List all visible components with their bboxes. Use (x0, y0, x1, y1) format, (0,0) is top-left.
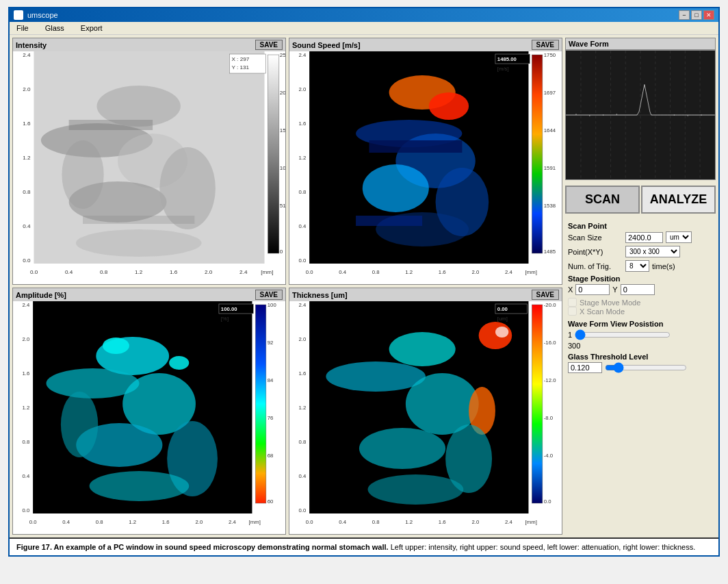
svg-text:[mm]: [mm] (261, 269, 273, 275)
app-icon (14, 10, 23, 20)
svg-text:[%]: [%] (221, 316, 229, 322)
waveform-slider[interactable] (575, 329, 671, 340)
svg-point-114 (368, 474, 464, 505)
svg-text:1.2: 1.2 (22, 405, 29, 411)
svg-text:0.4: 0.4 (298, 473, 306, 479)
svg-text:100.00: 100.00 (221, 306, 237, 312)
svg-text:0.4: 0.4 (22, 473, 29, 479)
svg-point-108 (326, 361, 426, 392)
svg-text:0.4: 0.4 (339, 269, 346, 275)
svg-text:X : 297: X : 297 (231, 56, 249, 62)
amplitude-panel: Amplitude [%] SAVE (12, 288, 286, 535)
waveform-container: Wave Form (565, 38, 716, 180)
waveform-display (565, 50, 716, 180)
svg-text:0.0: 0.0 (544, 498, 551, 505)
intensity-title: Intensity (16, 41, 47, 49)
svg-text:0.8: 0.8 (96, 519, 103, 525)
svg-text:-16.0: -16.0 (544, 340, 556, 346)
num-trig-label: Num. of Trig. (568, 262, 623, 270)
caption-bold: Figure 17. An example of a PC window in … (16, 543, 389, 551)
svg-text:0.0: 0.0 (306, 519, 313, 525)
svg-text:2.4: 2.4 (229, 519, 236, 525)
stage-move-row: Stage Move Mode (568, 298, 713, 307)
svg-text:84: 84 (268, 377, 274, 383)
amplitude-body: 2.4 2.0 1.6 1.2 0.8 0.4 0.0 0.0 0.4 0.8 … (13, 301, 285, 534)
svg-point-8 (62, 140, 103, 209)
svg-text:0.0: 0.0 (29, 519, 37, 525)
right-panel: Wave Form (565, 38, 716, 535)
svg-rect-96 (255, 305, 266, 503)
svg-text:0.8: 0.8 (100, 269, 108, 275)
svg-point-153 (603, 114, 604, 116)
sound-speed-save-button[interactable]: SAVE (532, 40, 560, 50)
svg-point-107 (389, 332, 456, 366)
intensity-save-button[interactable]: SAVE (255, 40, 283, 50)
svg-text:2.4: 2.4 (239, 269, 248, 275)
thickness-save-button[interactable]: SAVE (532, 290, 560, 300)
minimize-button[interactable]: − (679, 10, 690, 20)
scan-button[interactable]: SCAN (565, 186, 640, 214)
sound-speed-title: Sound Speed [m/s] (292, 41, 361, 49)
svg-rect-45 (356, 216, 422, 226)
svg-text:[mm]: [mm] (525, 519, 537, 525)
sound-speed-svg: 2.4 2.0 1.6 1.2 0.8 0.4 0.0 0.0 0.4 0.8 … (289, 51, 562, 284)
amplitude-svg: 2.4 2.0 1.6 1.2 0.8 0.4 0.0 0.0 0.4 0.8 … (13, 301, 285, 534)
svg-text:2.4: 2.4 (298, 52, 306, 58)
svg-text:1591: 1591 (544, 165, 556, 171)
svg-text:1.2: 1.2 (298, 405, 306, 411)
sound-speed-body: 2.4 2.0 1.6 1.2 0.8 0.4 0.0 0.0 0.4 0.8 … (289, 51, 562, 284)
svg-text:0.00: 0.00 (497, 306, 508, 312)
svg-point-154 (616, 114, 618, 115)
menu-glass[interactable]: Glass (42, 23, 67, 33)
close-button[interactable]: ✕ (703, 10, 714, 20)
point-select[interactable]: 300 x 300 (625, 246, 680, 257)
glass-threshold-title: Glass Threshold Level (568, 353, 713, 361)
svg-text:0.8: 0.8 (298, 439, 306, 445)
svg-text:1.6: 1.6 (298, 370, 306, 377)
scan-point-section-title: Scan Point (568, 222, 713, 230)
glass-threshold-input[interactable] (568, 362, 602, 373)
stage-move-checkbox[interactable] (568, 298, 577, 307)
sound-speed-panel: Sound Speed [m/s] SAVE (289, 38, 562, 285)
svg-text:0.8: 0.8 (22, 439, 29, 445)
x-scan-checkbox[interactable] (568, 307, 577, 316)
svg-point-110 (359, 428, 445, 469)
svg-point-7 (76, 229, 202, 257)
stage-pos-row: X Y (568, 284, 713, 295)
svg-rect-26 (268, 55, 278, 253)
intensity-header: Intensity SAVE (13, 38, 285, 51)
scan-size-unit-select[interactable]: um (666, 231, 692, 243)
stage-x-input[interactable] (575, 284, 610, 295)
menu-export[interactable]: Export (78, 23, 105, 33)
stage-y-input[interactable] (621, 284, 655, 295)
intensity-panel: Intensity SAVE (12, 38, 286, 285)
svg-text:2.0: 2.0 (23, 86, 31, 92)
svg-text:0.0: 0.0 (298, 257, 306, 264)
titlebar-buttons: − □ ✕ (679, 10, 714, 20)
scan-size-input[interactable] (625, 232, 663, 243)
thickness-title: Thickness [um] (292, 291, 348, 299)
svg-text:60: 60 (268, 498, 274, 505)
svg-point-80 (169, 356, 189, 370)
svg-point-77 (90, 471, 190, 501)
amplitude-save-button[interactable]: SAVE (255, 290, 283, 300)
menu-file[interactable]: File (14, 23, 31, 33)
svg-text:2.4: 2.4 (505, 269, 512, 275)
analyze-button[interactable]: ANALYZE (641, 186, 716, 214)
svg-text:2.0: 2.0 (471, 519, 479, 525)
svg-text:1538: 1538 (544, 203, 556, 209)
num-trig-unit: time(s) (652, 262, 675, 270)
svg-text:92: 92 (268, 340, 274, 346)
svg-text:[m/s]: [m/s] (497, 66, 509, 72)
maximize-button[interactable]: □ (691, 10, 702, 20)
svg-text:0.8: 0.8 (372, 519, 380, 525)
svg-text:1644: 1644 (544, 127, 556, 134)
intensity-svg: 2.4 2.0 1.6 1.2 0.8 0.4 0.0 0.0 0.4 0.8 … (13, 51, 285, 284)
num-trig-select[interactable]: 8 (625, 260, 649, 272)
svg-text:2.0: 2.0 (298, 86, 306, 92)
glass-threshold-slider[interactable] (605, 362, 687, 373)
svg-text:2.4: 2.4 (22, 302, 29, 308)
svg-text:1.6: 1.6 (439, 519, 446, 525)
svg-text:0.0: 0.0 (306, 269, 313, 275)
svg-point-157 (701, 114, 702, 116)
